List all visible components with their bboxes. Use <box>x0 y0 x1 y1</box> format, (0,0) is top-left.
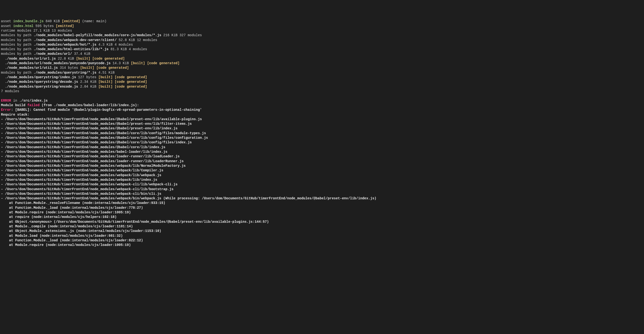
stack-line: - /Users/dom/Documents/GitHub/timerFront… <box>1 173 161 177</box>
stack-line: - /Users/dom/Documents/GitHub/timerFront… <box>1 136 208 140</box>
stack-line: - /Users/dom/Documents/GitHub/timerFront… <box>1 164 186 168</box>
at-line: at Module.load (node:internal/modules/cj… <box>1 234 123 238</box>
stack-line: - /Users/dom/Documents/GitHub/timerFront… <box>1 131 206 135</box>
at-line: at Function.Module._load (node:internal/… <box>1 238 143 242</box>
at-line: at require (node:internal/modules/cjs/he… <box>1 215 117 219</box>
runtime-line: runtime modules 27.1 KiB 13 modules <box>1 29 72 32</box>
require-stack: Require stack: <box>1 113 30 117</box>
at-line: at Function.Module._load (node:internal/… <box>1 206 143 210</box>
module-group: modules by path ./node_modules/url/ 37.4… <box>1 52 90 56</box>
asset-line: asset index.html 595 bytes [emitted] <box>1 24 74 28</box>
error-line: ERROR in ./src/index.js <box>1 99 48 103</box>
at-line: at Module.require (node:internal/modules… <box>1 210 131 214</box>
stack-line: - /Users/dom/Documents/GitHub/timerFront… <box>1 196 376 200</box>
babel-error-line: Error: [BABEL]: Cannot find module '@bab… <box>1 108 202 112</box>
stack-line: - /Users/dom/Documents/GitHub/timerFront… <box>1 154 180 158</box>
module-item: ./node_modules/url/util.js 314 bytes [bu… <box>1 66 129 70</box>
module-group: modules by path ./node_modules/webpack-d… <box>1 38 157 42</box>
terminal-output[interactable]: asset index_bundle.js 840 KiB [emitted] … <box>0 18 644 248</box>
stack-line: - /Users/dom/Documents/GitHub/timerFront… <box>1 187 174 191</box>
stack-line: - /Users/dom/Documents/GitHub/timerFront… <box>1 159 184 163</box>
stack-line: - /Users/dom/Documents/GitHub/timerFront… <box>1 150 168 154</box>
module-group: modules by path ./node_modules/html-enti… <box>1 47 147 51</box>
at-line: at Module.require (node:internal/modules… <box>1 243 131 247</box>
at-line: at Module._compile (node:internal/module… <box>1 224 133 228</box>
stack-line: - /Users/dom/Documents/GitHub/timerFront… <box>1 145 166 149</box>
module-item: ./node_modules/querystring/index.js 127 … <box>1 75 147 79</box>
stack-line: - /Users/dom/Documents/GitHub/timerFront… <box>1 192 161 196</box>
module-group: modules by path ./node_modules/webpack/h… <box>1 43 133 46</box>
stack-line: - /Users/dom/Documents/GitHub/timerFront… <box>1 117 202 121</box>
fail-line: Module build failed (from ./node_modules… <box>1 103 139 107</box>
stack-line: - /Users/dom/Documents/GitHub/timerFront… <box>1 126 178 130</box>
stack-line: - /Users/dom/Documents/GitHub/timerFront… <box>1 140 192 144</box>
at-line: at Function.Module._resolveFilename (nod… <box>1 201 166 205</box>
stack-line: - /Users/dom/Documents/GitHub/timerFront… <box>1 122 192 126</box>
module-group: modules by path ./node_modules/babel-pol… <box>1 33 202 37</box>
stack-line: - /Users/dom/Documents/GitHub/timerFront… <box>1 178 157 182</box>
module-item: ./node_modules/querystring/encode.js 2.0… <box>1 85 147 89</box>
seven-modules: 7 modules <box>1 89 19 93</box>
module-item: ./node_modules/url/url.js 22.8 KiB [buil… <box>1 57 125 60</box>
module-group: modules by path ./node_modules/querystri… <box>1 71 115 75</box>
module-item: ./node_modules/querystring/decode.js 2.3… <box>1 80 147 84</box>
stack-line: - /Users/dom/Documents/GitHub/timerFront… <box>1 168 163 172</box>
module-item: ./node_modules/url/node_modules/punycode… <box>1 61 180 65</box>
stack-line: - /Users/dom/Documents/GitHub/timerFront… <box>1 182 178 186</box>
at-line: at Object.Module._extensions..js (node:i… <box>1 229 161 233</box>
asset-line: asset index_bundle.js 840 KiB [emitted] … <box>1 19 106 23</box>
at-line: at Object.<anonymous> (/Users/dom/Docume… <box>1 220 269 224</box>
